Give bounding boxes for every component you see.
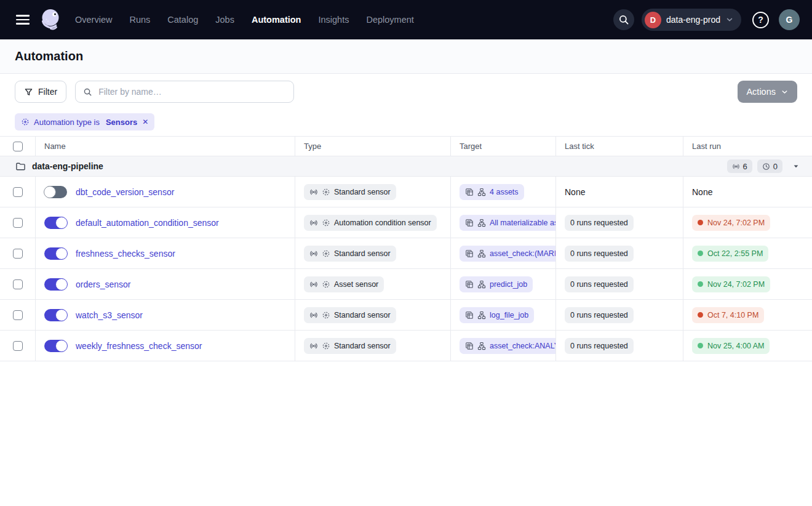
search-icon [83,87,92,97]
run-status-dot [698,343,703,348]
last-tick-value: None [565,187,585,197]
help-icon[interactable]: ? [752,12,769,28]
row-name-cell: watch_s3_sensor [35,300,295,330]
target-pill[interactable]: log_file_job [460,307,534,323]
row-checkbox-cell [0,238,35,268]
collapse-caret-icon[interactable] [790,160,802,172]
sensor-type-icon [309,342,318,350]
row-checkbox[interactable] [13,279,23,289]
sensor-toggle[interactable] [44,340,67,352]
name-filter-box [75,81,294,103]
sensor-name-link[interactable]: default_automation_condition_sensor [76,218,219,228]
asset-icon [465,249,474,258]
actions-button-label: Actions [746,87,776,97]
sensor-toggle[interactable] [44,278,67,291]
sensor-name-link[interactable]: dbt_code_version_sensor [76,187,174,197]
actions-button[interactable]: Actions [738,81,797,103]
target-pill[interactable]: All materializable as [460,215,555,231]
nav-item-catalog[interactable]: Catalog [167,15,198,25]
job-icon [477,219,486,227]
target-pill[interactable]: predict_job [460,276,533,292]
row-last-run-cell: Nov 24, 7:02 PM [683,207,812,238]
last-run-label: Oct 7, 4:10 PM [707,311,758,319]
sensor-toggle[interactable] [44,217,67,229]
row-last-run-cell: Nov 25, 4:00 AM [683,331,812,361]
sensor-toggle[interactable] [44,186,67,198]
last-run-badge[interactable]: Nov 24, 7:02 PM [692,215,770,231]
run-status-dot [698,281,703,287]
row-target-cell: asset_check:(MARK [450,238,555,268]
menu-icon[interactable] [16,15,30,25]
row-checkbox[interactable] [13,187,23,197]
automation-condition-icon [322,249,330,258]
close-icon[interactable]: ✕ [142,118,148,126]
last-run-badge: None [692,187,712,197]
dagster-logo-icon[interactable] [38,7,64,33]
nav-item-overview[interactable]: Overview [75,15,112,25]
filter-chip-automation-type[interactable]: Automation type is Sensors ✕ [15,113,154,131]
sensor-name-link[interactable]: orders_sensor [76,279,131,289]
sensor-name-link[interactable]: watch_s3_sensor [76,310,143,320]
run-status-dot [698,312,703,318]
last-tick-value: 0 runs requested [565,276,634,292]
type-pill: Automation condition sensor [304,215,437,231]
filter-button[interactable]: Filter [15,81,66,103]
page-header: Automation [0,39,812,74]
user-avatar[interactable]: G [779,9,800,30]
nav-item-deployment[interactable]: Deployment [366,15,413,25]
row-last-run-cell: Oct 22, 2:55 PM [683,238,812,268]
row-last-tick-cell: 0 runs requested [555,269,683,299]
target-pill-label: predict_job [490,280,527,289]
row-last-run-cell: Nov 24, 7:02 PM [683,269,812,299]
row-target-cell: 4 assets [450,177,555,207]
sensor-toggle[interactable] [44,247,67,260]
automation-condition-icon [322,280,330,289]
select-all-checkbox[interactable] [13,142,23,151]
table-row: dbt_code_version_sensor Standard sensor [0,177,812,207]
last-run-badge[interactable]: Oct 7, 4:10 PM [692,307,764,323]
nav-item-runs[interactable]: Runs [129,15,150,25]
type-pill: Standard sensor [304,246,396,262]
deployment-switcher[interactable]: D data-eng-prod [642,9,741,31]
group-badges: 6 0 [727,159,802,173]
last-run-badge[interactable]: Nov 25, 4:00 AM [692,338,770,354]
row-last-tick-cell: 0 runs requested [555,207,683,238]
target-pill[interactable]: 4 assets [460,184,524,200]
column-header-last-run: Last run [683,137,812,156]
row-name-cell: weekly_freshness_check_sensor [35,331,295,361]
row-checkbox[interactable] [13,341,23,351]
target-pill[interactable]: asset_check:(MARK [460,246,555,262]
row-type-cell: Standard sensor [295,177,450,207]
job-icon [477,280,486,289]
automation-condition-icon [322,219,330,227]
row-last-tick-cell: 0 runs requested [555,331,683,361]
top-nav: OverviewRunsCatalogJobsAutomationInsight… [0,0,812,39]
row-checkbox[interactable] [13,218,23,228]
row-checkbox[interactable] [13,310,23,320]
type-pill-label: Standard sensor [334,311,391,319]
job-icon [477,311,486,319]
sensor-type-icon [309,311,318,319]
page-title: Automation [15,49,83,63]
sensor-name-link[interactable]: weekly_freshness_check_sensor [76,341,202,351]
row-name-cell: dbt_code_version_sensor [35,177,295,207]
sensor-toggle[interactable] [44,309,67,321]
last-run-badge[interactable]: Oct 22, 2:55 PM [692,246,768,262]
row-type-cell: Standard sensor [295,238,450,268]
sensor-count: 6 [743,162,747,171]
nav-item-jobs[interactable]: Jobs [215,15,234,25]
run-status-dot [698,220,703,225]
global-search-button[interactable] [613,9,634,30]
sensor-name-link[interactable]: freshness_checks_sensor [76,249,175,259]
group-name: data-eng-pipeline [32,161,103,171]
row-type-cell: Standard sensor [295,300,450,330]
code-location-group-row[interactable]: data-eng-pipeline 6 0 [0,156,812,177]
last-run-badge[interactable]: Nov 24, 7:02 PM [692,276,770,292]
nav-item-insights[interactable]: Insights [318,15,349,25]
nav-item-automation[interactable]: Automation [252,15,301,25]
filter-chip-prefix: Automation type is [34,118,100,127]
name-filter-input[interactable] [97,86,286,97]
target-pill[interactable]: asset_check:ANALY [460,338,555,354]
row-checkbox[interactable] [13,249,23,259]
nav-links: OverviewRunsCatalogJobsAutomationInsight… [75,15,414,25]
